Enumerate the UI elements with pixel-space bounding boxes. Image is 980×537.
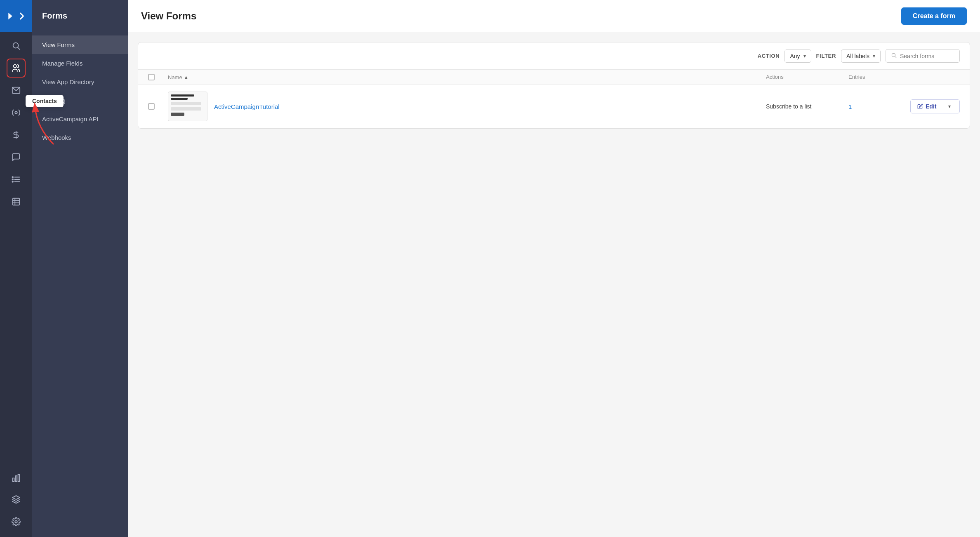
nav-reports[interactable]	[7, 193, 25, 210]
row-select-checkbox[interactable]	[148, 103, 155, 110]
nav-bar-chart[interactable]	[7, 469, 25, 487]
search-box[interactable]	[886, 49, 960, 63]
icon-rail	[0, 0, 32, 537]
thumb-line-1	[171, 94, 194, 97]
row-entries: 1	[848, 103, 910, 110]
svg-rect-12	[13, 198, 20, 205]
svg-line-1	[18, 47, 20, 49]
form-link[interactable]: ActiveCampaignTutorial	[214, 103, 280, 110]
svg-point-2	[14, 65, 16, 68]
nav-search[interactable]	[7, 37, 25, 54]
sidebar-item-view-forms[interactable]: View Forms	[32, 35, 128, 54]
form-thumbnail	[168, 92, 207, 121]
svg-point-4	[15, 111, 17, 114]
edit-dropdown-button[interactable]: ▾	[943, 100, 956, 113]
nav-automation[interactable]	[7, 104, 25, 121]
nav-contacts[interactable]	[7, 59, 25, 77]
th-entries: Entries	[848, 74, 910, 80]
thumb-line-2	[171, 98, 188, 100]
action-label: ACTION	[758, 53, 780, 59]
sidebar-item-tracking[interactable]: Tracking	[32, 91, 128, 110]
svg-marker-19	[12, 496, 20, 499]
sidebar: Forms View Forms Manage Fields View App …	[32, 0, 128, 537]
filter-chevron-icon: ▾	[873, 53, 875, 59]
th-name[interactable]: Name ▲	[168, 74, 766, 80]
edit-btn-group: Edit ▾	[910, 99, 960, 113]
rail-logo[interactable]	[0, 0, 32, 32]
nav-conversations[interactable]	[7, 148, 25, 166]
filter-bar: ACTION Any ▾ FILTER All labels ▾	[138, 42, 970, 70]
nav-mail[interactable]	[7, 82, 25, 99]
th-edit	[910, 74, 960, 80]
svg-point-20	[15, 521, 17, 523]
dropdown-chevron-icon: ▾	[948, 104, 951, 109]
pencil-icon	[917, 104, 923, 109]
nav-lists[interactable]	[7, 171, 25, 188]
svg-point-10	[12, 179, 13, 180]
svg-point-11	[12, 181, 13, 182]
th-actions: Actions	[766, 74, 848, 80]
sidebar-item-manage-fields[interactable]: Manage Fields	[32, 54, 128, 73]
sidebar-item-view-app-directory[interactable]: View App Directory	[32, 73, 128, 91]
thumb-btn	[171, 113, 184, 116]
select-all-checkbox[interactable]	[148, 74, 155, 80]
nav-settings[interactable]	[7, 513, 25, 530]
svg-rect-17	[15, 476, 17, 482]
edit-button[interactable]: Edit	[911, 100, 943, 113]
create-form-button[interactable]: Create a form	[901, 7, 967, 25]
thumb-field-1	[171, 102, 201, 105]
svg-rect-16	[13, 478, 14, 481]
sidebar-item-activecampaign-api[interactable]: ActiveCampaign API	[32, 110, 128, 128]
row-checkbox	[148, 103, 168, 110]
main-content: View Forms Create a form ACTION Any ▾ FI…	[128, 0, 980, 537]
forms-panel: ACTION Any ▾ FILTER All labels ▾	[138, 42, 970, 129]
sidebar-header: Forms	[32, 0, 128, 32]
svg-point-9	[12, 177, 13, 178]
action-select[interactable]: Any ▾	[784, 49, 811, 63]
form-name-cell: ActiveCampaignTutorial	[168, 92, 766, 121]
thumb-field-2	[171, 107, 201, 111]
action-chevron-icon: ▾	[803, 53, 806, 59]
table-row: ActiveCampaignTutorial Subscribe to a li…	[138, 85, 970, 128]
nav-layers[interactable]	[7, 491, 25, 508]
nav-deals[interactable]	[7, 126, 25, 144]
sort-arrow-icon: ▲	[184, 75, 188, 80]
table-header: Name ▲ Actions Entries	[138, 70, 970, 85]
search-icon	[891, 52, 897, 59]
main-header: View Forms Create a form	[128, 0, 980, 32]
sidebar-nav: View Forms Manage Fields View App Direct…	[32, 32, 128, 150]
page-title: View Forms	[141, 10, 196, 22]
filter-label: FILTER	[816, 53, 836, 59]
row-action: Subscribe to a list	[766, 103, 848, 110]
search-input[interactable]	[900, 53, 954, 59]
svg-rect-18	[18, 475, 20, 482]
svg-line-22	[895, 57, 896, 58]
content-area: ACTION Any ▾ FILTER All labels ▾	[128, 32, 980, 537]
sidebar-title: Forms	[42, 11, 67, 21]
chevron-right-icon	[5, 10, 16, 22]
sidebar-item-webhooks[interactable]: Webhooks	[32, 128, 128, 147]
filter-select[interactable]: All labels ▾	[841, 49, 881, 63]
th-checkbox	[148, 74, 168, 80]
